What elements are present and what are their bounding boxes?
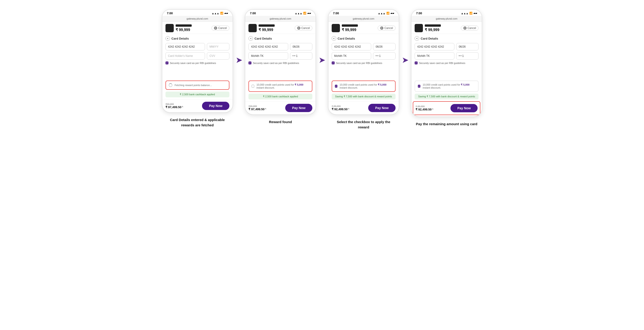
cashback-bar: ₹ 2,500 bank cashback applied	[248, 94, 312, 99]
reward-checkbox[interactable]	[335, 85, 338, 88]
cardholder-name-input[interactable]: Mohith TK	[414, 52, 454, 60]
reward-box: 10,000 credit card points used for ₹ 5,0…	[248, 81, 312, 92]
cvv-input[interactable]: • • 1	[456, 52, 478, 60]
cardholder-name-input[interactable]: Mohith TK	[248, 52, 288, 60]
card-number-input[interactable]: 4242 4242 4242 4242	[414, 43, 454, 50]
reward-description: 10,000 credit card points used for ₹ 5,0…	[256, 83, 309, 89]
wifi-icon: 📶	[469, 12, 472, 15]
cancel-button[interactable]: ✕ Cancel	[295, 26, 312, 31]
card-number-input[interactable]: 4242 4242 4242 4242	[332, 43, 372, 50]
save-card-checkbox[interactable]	[332, 61, 335, 64]
saving-bar: Saving ₹ 7,500 with bank discount & rewa…	[332, 94, 396, 99]
back-button[interactable]: <	[248, 36, 253, 41]
browser-url: gateway.plural.com	[245, 16, 316, 22]
card-number-input[interactable]: 4242 4242 4242 4242	[166, 43, 205, 50]
merchant-info: ₹ 99,999	[414, 24, 441, 32]
battery-icon: ▰▰	[307, 12, 311, 15]
reward-description: 10,000 credit card points used for ₹ 5,0…	[340, 83, 392, 89]
merchant-logo	[248, 24, 257, 32]
phone-frame-4: 7:00 ▲▲▲ 📶 ▰▰ gateway.plural.com ₹ 99,99…	[411, 9, 482, 117]
merchant-logo	[414, 24, 423, 32]
reward-box: 10,000 credit card points used for ₹ 5,0…	[414, 81, 478, 92]
cardholder-name-input[interactable]: Card Holder's Name	[166, 52, 205, 60]
cancel-label: Cancel	[301, 27, 310, 30]
merchant-info: ₹ 99,999	[332, 24, 358, 32]
pay-footer: ₹99,999 ₹ 97,499.50 ^ Pay Now	[245, 101, 316, 114]
cvv-input[interactable]: CVV	[207, 52, 229, 60]
save-card-checkbox[interactable]	[414, 61, 418, 64]
cvv-input[interactable]: • • 1	[373, 52, 395, 60]
save-card-label: Securely save card as per RBI guidelines	[170, 62, 216, 64]
original-price: ₹99,999	[248, 105, 266, 107]
pay-now-button[interactable]: Pay Now	[450, 104, 478, 112]
pay-now-button[interactable]: Pay Now	[285, 104, 312, 112]
pay-footer: ₹ 99,999 ₹ 92,499.50 ^ Pay Now	[413, 101, 480, 115]
reward-amount: ₹ 5,000	[295, 83, 304, 86]
header-amount: ₹ 99,999	[342, 28, 358, 32]
right-arrow-icon: ➤	[236, 55, 242, 65]
reward-description: 10,000 credit card points used for ₹ 5,0…	[423, 83, 475, 89]
status-icons: ▲▲▲ 📶 ▰▰	[461, 12, 477, 15]
reward-box: 10,000 credit card points used for ₹ 5,0…	[332, 81, 396, 92]
expiry-input[interactable]: 06/26	[456, 43, 478, 50]
expiry-input[interactable]: MM/YY	[207, 43, 229, 50]
merchant-name-bar	[342, 24, 358, 27]
cardholder-name-input[interactable]: Mohith TK	[332, 52, 372, 60]
save-card-label: Securely save card as per RBI guidelines	[253, 62, 299, 64]
merchant-name-bar	[176, 24, 192, 27]
section-title: Card Details	[338, 37, 355, 40]
battery-icon: ▰▰	[224, 12, 228, 15]
merchant-info: ₹ 99,999	[248, 24, 275, 32]
step-label-3: Select the checkbox to apply the reward	[332, 119, 396, 130]
status-time: 7:00	[333, 12, 339, 15]
pay-now-button[interactable]: Pay Now	[202, 102, 229, 110]
cancel-button[interactable]: ✕ Cancel	[461, 26, 478, 31]
status-time: 7:00	[167, 12, 173, 15]
arrow-2: ➤	[317, 55, 327, 65]
step-label-1: Card Details entered & applicable reward…	[165, 117, 230, 128]
chevron-up-icon: ^	[432, 108, 434, 111]
card-number-input[interactable]: 4242 4242 4242 4242	[248, 43, 288, 50]
saving-bar: Saving ₹ 7,500 with bank discount & rewa…	[414, 94, 478, 99]
signal-icon: ▲▲▲	[461, 12, 469, 15]
merchant-logo	[332, 24, 340, 32]
merchant-name-bar	[425, 24, 441, 27]
pay-now-button[interactable]: Pay Now	[368, 104, 395, 112]
back-button[interactable]: <	[166, 36, 170, 41]
expiry-input[interactable]: 06/26	[373, 43, 395, 50]
cancel-button[interactable]: ✕ Cancel	[378, 26, 395, 31]
back-button[interactable]: <	[414, 36, 419, 41]
save-card-checkbox[interactable]	[248, 61, 252, 64]
cvv-input[interactable]: • • 1	[290, 52, 312, 60]
section-title: Card Details	[420, 37, 438, 40]
save-card-checkbox[interactable]	[166, 61, 168, 64]
merchant-details: ₹ 99,999	[425, 24, 441, 32]
pay-footer: ₹99,999 ₹ 97,499.50 ^ Pay Now	[162, 99, 232, 112]
status-icons: ▲▲▲ 📶 ▰▰	[212, 12, 228, 15]
merchant-details: ₹ 99,999	[176, 24, 192, 32]
expiry-input[interactable]: 06/26	[290, 43, 312, 50]
cancel-icon: ✕	[297, 27, 300, 30]
original-price: ₹99,999	[166, 103, 183, 105]
step-1: 7:00 ▲▲▲ 📶 ▰▰ gateway.plural.com ₹ 99,99…	[161, 9, 234, 128]
cancel-icon: ✕	[463, 27, 466, 30]
back-button[interactable]: <	[332, 36, 336, 41]
save-card-label: Securely save card as per RBI guidelines	[419, 62, 465, 64]
final-price: ₹ 92,499.50 ^	[332, 107, 349, 111]
final-price: ₹ 97,499.50 ^	[166, 105, 183, 109]
status-time: 7:00	[416, 12, 422, 15]
signal-icon: ▲▲▲	[378, 12, 386, 15]
reward-checkbox[interactable]	[252, 85, 254, 88]
original-price: ₹ 99,999	[416, 105, 433, 108]
cancel-button[interactable]: ✕ Cancel	[212, 26, 229, 31]
section-title: Card Details	[172, 37, 189, 40]
chevron-up-icon: ^	[182, 106, 183, 108]
merchant-details: ₹ 99,999	[342, 24, 358, 32]
status-icons: ▲▲▲ 📶 ▰▰	[378, 12, 394, 15]
header-amount: ₹ 99,999	[258, 28, 275, 32]
battery-icon: ▰▰	[390, 12, 394, 15]
reward-checkbox[interactable]	[418, 85, 420, 88]
reward-box: Fetching reward points balance...	[166, 81, 230, 90]
status-icons: ▲▲▲ 📶 ▰▰	[295, 12, 311, 15]
header-amount: ₹ 99,999	[425, 28, 441, 32]
